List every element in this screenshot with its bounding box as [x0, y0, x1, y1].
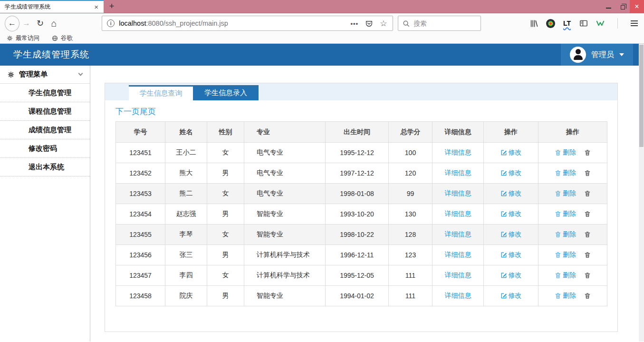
tab-student-entry[interactable]: 学生信息录入	[193, 85, 259, 100]
cell-total-credits: 130	[389, 204, 433, 225]
details-link[interactable]: 详细信息	[445, 292, 471, 300]
details-link[interactable]: 详细信息	[445, 210, 471, 218]
window-restore-button[interactable]	[615, 0, 630, 13]
tab-strip: 学生信息查询 学生信息录入	[105, 83, 617, 100]
page-scrollbar[interactable]	[639, 44, 644, 342]
cell-major: 智能专业	[244, 204, 326, 225]
bookmark-star-icon[interactable]	[376, 19, 388, 29]
site-info-icon[interactable]	[107, 20, 115, 27]
page-actions-icon[interactable]	[347, 20, 362, 27]
window-close-button[interactable]	[630, 0, 644, 13]
cell-name: 王小二	[165, 143, 207, 163]
delete-link[interactable]: 删除	[555, 148, 576, 157]
cell-major: 智能专业	[244, 286, 326, 306]
cell-name: 赵志强	[165, 204, 207, 225]
tab-student-query[interactable]: 学生信息查询	[129, 85, 193, 100]
sidebar-item-logout[interactable]: 退出本系统	[0, 158, 90, 176]
trash-icon-gray[interactable]	[584, 272, 591, 279]
wappalyzer-icon[interactable]	[595, 18, 606, 29]
sidebar-item-course-info[interactable]: 课程信息管理	[0, 102, 90, 121]
cell-total-credits: 111	[389, 265, 433, 286]
color-circle	[546, 19, 555, 28]
trash-icon-blue	[555, 272, 561, 279]
admin-name: 管理员	[591, 50, 614, 60]
table-row: 123452 熊大 男 电气专业 1997-12-12 120 详细信息 修改 …	[116, 163, 607, 184]
edit-link[interactable]: 修改	[500, 271, 522, 280]
details-link[interactable]: 详细信息	[445, 251, 471, 259]
trash-icon-gray[interactable]	[584, 149, 591, 156]
cell-total-credits: 128	[389, 225, 433, 245]
trash-icon-gray[interactable]	[584, 252, 591, 258]
search-input[interactable]	[413, 20, 471, 27]
table-row: 123457 李四 女 计算机科学与技术 1995-12-05 111 详细信息…	[116, 265, 607, 286]
edit-link[interactable]: 修改	[500, 210, 522, 218]
back-button[interactable]	[5, 16, 19, 31]
home-button[interactable]	[47, 16, 61, 31]
sidebar-item-score-info[interactable]: 成绩信息管理	[0, 121, 90, 139]
trash-icon-gray[interactable]	[584, 170, 591, 176]
delete-link[interactable]: 删除	[555, 271, 576, 280]
edit-link[interactable]: 修改	[500, 189, 522, 198]
menu-button[interactable]	[629, 18, 639, 29]
delete-link[interactable]: 删除	[555, 251, 576, 259]
edit-link[interactable]: 修改	[500, 169, 522, 177]
edit-link[interactable]: 修改	[500, 230, 522, 239]
edit-link[interactable]: 修改	[500, 292, 522, 300]
trash-icon-gray[interactable]	[584, 190, 591, 197]
new-tab-button[interactable]	[104, 0, 120, 13]
details-link[interactable]: 详细信息	[445, 230, 471, 239]
cell-major: 电气专业	[244, 163, 326, 184]
library-icon[interactable]	[529, 18, 539, 29]
trash-icon-gray[interactable]	[584, 293, 591, 299]
url-bar[interactable]: localhost:8080/ssh_project/main.jsp	[102, 16, 393, 31]
trash-icon-blue	[555, 293, 561, 299]
hamburger-icon	[631, 23, 638, 24]
details-link[interactable]: 详细信息	[445, 189, 471, 198]
delete-link[interactable]: 删除	[555, 292, 576, 300]
delete-link[interactable]: 删除	[555, 189, 576, 198]
sidebar-toggle-icon[interactable]	[578, 18, 589, 29]
languagetool-icon[interactable]: LT	[562, 18, 572, 29]
details-link[interactable]: 详细信息	[445, 148, 471, 157]
admin-dropdown[interactable]: 管理员	[561, 44, 633, 66]
trash-icon-gray[interactable]	[584, 211, 591, 217]
last-page-link[interactable]: 尾页	[140, 107, 156, 116]
col-header-credits: 总学分	[389, 122, 433, 143]
col-header-gender: 性别	[207, 122, 244, 143]
details-link[interactable]: 详细信息	[445, 271, 471, 280]
bookmark-top-sites[interactable]: 最常访问	[7, 34, 39, 42]
sidebar-menu-header[interactable]: 管理菜单	[0, 66, 90, 84]
trash-icon-gray[interactable]	[584, 231, 591, 238]
bookmark-google[interactable]: 谷歌	[52, 34, 73, 42]
sidebar-item-student-info[interactable]: 学生信息管理	[0, 84, 90, 102]
edit-icon	[500, 231, 507, 238]
pocket-icon[interactable]	[362, 20, 376, 28]
extension-color-circle-icon[interactable]	[545, 18, 556, 29]
col-header-operation-delete: 操作	[538, 122, 607, 143]
cell-birth-date: 1994-01-02	[326, 286, 389, 306]
search-bar[interactable]	[398, 16, 481, 31]
trash-icon-blue	[555, 211, 561, 217]
cell-gender: 男	[207, 245, 244, 265]
table-row: 123451 王小二 女 电气专业 1995-12-12 100 详细信息 修改…	[116, 143, 607, 163]
edit-icon	[500, 211, 507, 217]
reload-button[interactable]	[33, 16, 47, 31]
tab-close-icon[interactable]	[93, 3, 99, 10]
delete-link[interactable]: 删除	[555, 210, 576, 218]
delete-link[interactable]: 删除	[555, 169, 576, 177]
window-minimize-button[interactable]	[601, 0, 615, 13]
browser-tab[interactable]: 学生成绩管理系统	[0, 0, 104, 13]
edit-link[interactable]: 修改	[500, 148, 522, 157]
forward-button[interactable]	[19, 16, 33, 31]
next-page-link[interactable]: 下一页	[115, 107, 140, 116]
edit-link[interactable]: 修改	[500, 251, 522, 259]
sidebar-item-change-password[interactable]: 修改密码	[0, 139, 90, 158]
details-link[interactable]: 详细信息	[445, 169, 471, 177]
cell-gender: 男	[207, 286, 244, 306]
cell-name: 院庆	[165, 286, 207, 306]
delete-link[interactable]: 删除	[555, 230, 576, 239]
trash-icon-blue	[555, 252, 561, 258]
cell-student-id: 123453	[116, 184, 165, 204]
cell-major: 计算机科学与技术	[244, 265, 326, 286]
scrollbar-thumb[interactable]	[639, 45, 644, 147]
